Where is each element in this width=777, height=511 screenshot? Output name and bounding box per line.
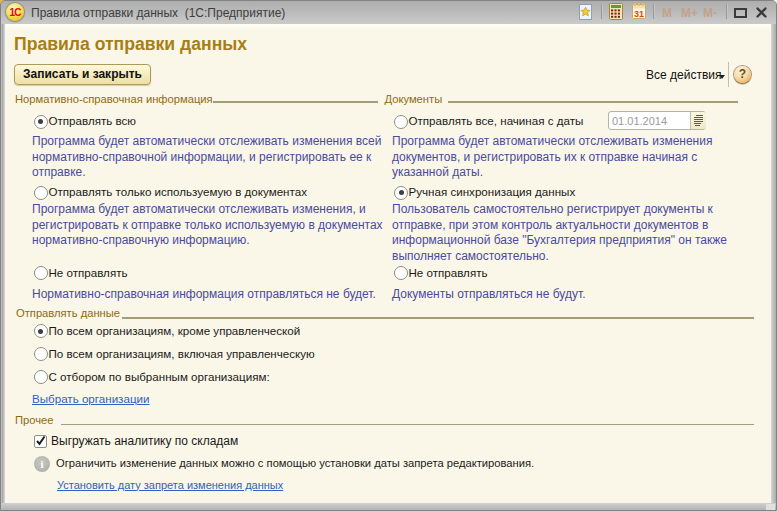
svg-text:31: 31 (634, 9, 644, 19)
